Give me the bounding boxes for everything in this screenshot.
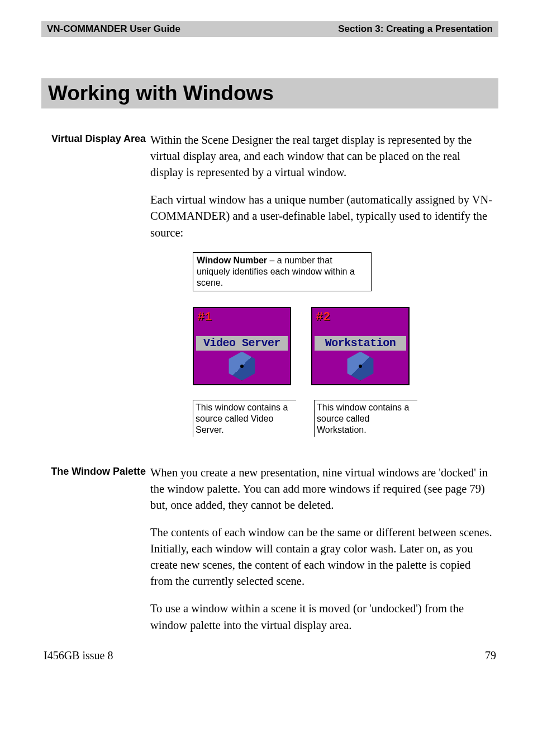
virtual-window-thumb: #1 Video Server	[193, 307, 291, 385]
virtual-window-thumb: #2 Workstation	[311, 307, 410, 385]
header-right: Section 3: Creating a Presentation	[338, 23, 493, 35]
window-number-badge: #2	[316, 310, 330, 324]
figure: Window Number – a number that uniquely i…	[150, 252, 498, 437]
body-text: The contents of each window can be the s…	[150, 525, 493, 589]
page-footer: I456GB issue 8 79	[41, 649, 498, 662]
body-text: Within the Scene Designer the real targe…	[150, 132, 493, 181]
body-text: Each virtual window has a unique number …	[150, 192, 493, 240]
side-label-vda: Virtual Display Area	[41, 132, 150, 145]
callout-bold: Window Number	[197, 256, 267, 265]
body-text: To use a window within a scene it is mov…	[150, 601, 493, 633]
section-heading: Working with Windows	[41, 78, 498, 108]
body-text: When you create a new presentation, nine…	[150, 465, 493, 513]
window-source-label: Workstation	[315, 336, 406, 351]
callout-window-number: Window Number – a number that uniquely i…	[193, 252, 372, 291]
window-source-label: Video Server	[196, 336, 288, 351]
cube-icon	[227, 352, 256, 381]
side-label-palette: The Window Palette	[41, 465, 150, 478]
thumb-caption: This window contains a source called Wor…	[314, 400, 417, 437]
header-left: VN-COMMANDER User Guide	[47, 23, 180, 35]
footer-page-number: 79	[485, 649, 496, 662]
cube-icon	[346, 352, 375, 381]
footer-left: I456GB issue 8	[44, 649, 113, 662]
thumb-caption: This window contains a source called Vid…	[193, 400, 296, 437]
page-header: VN-COMMANDER User Guide Section 3: Creat…	[41, 21, 498, 37]
window-number-badge: #1	[197, 310, 212, 324]
